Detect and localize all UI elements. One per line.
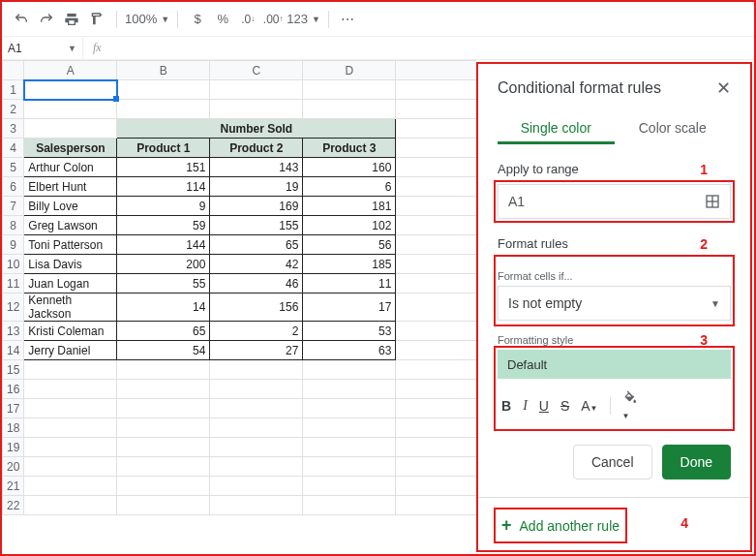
table-cell[interactable]: 19: [210, 177, 303, 197]
col-header-b[interactable]: B: [117, 61, 210, 80]
table-cell[interactable]: Kenneth Jackson: [24, 293, 117, 322]
table-cell[interactable]: 63: [303, 341, 396, 360]
table-cell[interactable]: 59: [117, 216, 210, 235]
range-input[interactable]: A1: [498, 184, 731, 219]
row-header[interactable]: 18: [3, 418, 24, 438]
col-header-d[interactable]: D: [303, 61, 396, 80]
table-cell[interactable]: Arthur Colon: [24, 158, 117, 177]
table-cell[interactable]: 151: [117, 158, 210, 177]
name-box[interactable]: A1▼: [2, 38, 83, 59]
table-cell[interactable]: 160: [303, 158, 396, 177]
paint-format-icon[interactable]: [85, 8, 108, 31]
table-cell[interactable]: 181: [303, 197, 396, 216]
merged-header[interactable]: Number Sold: [117, 119, 396, 139]
row-header[interactable]: 16: [3, 380, 24, 399]
table-cell[interactable]: 6: [303, 177, 396, 197]
fill-color-icon[interactable]: ▼: [622, 390, 638, 421]
done-button[interactable]: Done: [662, 445, 731, 479]
col-header-c[interactable]: C: [210, 61, 303, 80]
table-cell[interactable]: 143: [210, 158, 303, 177]
table-cell[interactable]: 14: [117, 293, 210, 322]
row-header[interactable]: 15: [3, 360, 24, 380]
table-cell[interactable]: 65: [117, 322, 210, 341]
increase-decimal-icon[interactable]: .00↑: [261, 8, 285, 31]
table-cell[interactable]: 2: [210, 322, 303, 341]
table-cell[interactable]: 46: [210, 274, 303, 293]
more-icon[interactable]: ⋯: [337, 8, 360, 31]
row-header[interactable]: 13: [3, 322, 24, 341]
table-cell[interactable]: 53: [303, 322, 396, 341]
table-cell[interactable]: Toni Patterson: [24, 235, 117, 255]
row-header[interactable]: 4: [3, 139, 24, 158]
row-header[interactable]: 19: [3, 438, 24, 457]
row-header[interactable]: 1: [3, 80, 24, 100]
undo-icon[interactable]: [10, 8, 33, 31]
table-cell[interactable]: Billy Love: [24, 197, 117, 216]
print-icon[interactable]: [60, 8, 83, 31]
style-preview[interactable]: Default: [498, 350, 731, 379]
condition-select[interactable]: Is not empty▼: [498, 286, 731, 321]
table-cell[interactable]: 144: [117, 235, 210, 255]
table-cell[interactable]: 102: [303, 216, 396, 235]
text-color-icon[interactable]: A▼: [581, 398, 597, 414]
formula-input[interactable]: [111, 37, 754, 59]
table-cell[interactable]: 114: [117, 177, 210, 197]
percent-icon[interactable]: %: [211, 8, 234, 31]
add-another-rule-button[interactable]: + Add another rule: [498, 511, 623, 540]
row-header[interactable]: 22: [3, 496, 24, 515]
row-header[interactable]: 9: [3, 235, 24, 255]
row-header[interactable]: 11: [3, 274, 24, 293]
cancel-button[interactable]: Cancel: [573, 445, 652, 479]
more-formats[interactable]: 123▼: [287, 12, 320, 26]
tab-single-color[interactable]: Single color: [498, 114, 615, 144]
table-cell[interactable]: 55: [117, 274, 210, 293]
header-salesperson[interactable]: Salesperson: [24, 139, 117, 158]
bold-icon[interactable]: B: [501, 398, 511, 414]
table-cell[interactable]: Jerry Daniel: [24, 341, 117, 360]
close-icon[interactable]: ✕: [716, 77, 731, 99]
row-header[interactable]: 3: [3, 119, 24, 139]
header-p3[interactable]: Product 3: [303, 139, 396, 158]
header-p2[interactable]: Product 2: [210, 139, 303, 158]
table-cell[interactable]: 9: [117, 197, 210, 216]
table-cell[interactable]: Lisa Davis: [24, 255, 117, 274]
table-cell[interactable]: Elbert Hunt: [24, 177, 117, 197]
redo-icon[interactable]: [35, 8, 58, 31]
cell-a1[interactable]: [24, 80, 117, 100]
tab-color-scale[interactable]: Color scale: [615, 114, 732, 144]
row-header[interactable]: 6: [3, 177, 24, 197]
col-header-e[interactable]: [396, 61, 476, 80]
table-cell[interactable]: 200: [117, 255, 210, 274]
row-header[interactable]: 14: [3, 341, 24, 360]
table-cell[interactable]: 185: [303, 255, 396, 274]
underline-icon[interactable]: U: [539, 398, 549, 414]
col-header-a[interactable]: A: [24, 61, 117, 80]
row-header[interactable]: 20: [3, 457, 24, 477]
table-cell[interactable]: 11: [303, 274, 396, 293]
row-header[interactable]: 21: [3, 477, 24, 496]
currency-icon[interactable]: $: [186, 8, 209, 31]
table-cell[interactable]: 156: [210, 293, 303, 322]
table-cell[interactable]: 17: [303, 293, 396, 322]
table-cell[interactable]: 155: [210, 216, 303, 235]
header-p1[interactable]: Product 1: [117, 139, 210, 158]
spreadsheet-grid[interactable]: A B C D 1 2 3Number Sold 4 Salesperson P…: [2, 60, 476, 554]
row-header[interactable]: 8: [3, 216, 24, 235]
table-cell[interactable]: 54: [117, 341, 210, 360]
table-cell[interactable]: Greg Lawson: [24, 216, 117, 235]
row-header[interactable]: 7: [3, 197, 24, 216]
table-cell[interactable]: 42: [210, 255, 303, 274]
table-cell[interactable]: Juan Logan: [24, 274, 117, 293]
table-cell[interactable]: 56: [303, 235, 396, 255]
row-header[interactable]: 17: [3, 399, 24, 418]
row-header[interactable]: 2: [3, 100, 24, 119]
table-cell[interactable]: 169: [210, 197, 303, 216]
row-header[interactable]: 5: [3, 158, 24, 177]
zoom-select[interactable]: 100%▼: [125, 12, 169, 26]
row-header[interactable]: 10: [3, 255, 24, 274]
strikethrough-icon[interactable]: S: [560, 398, 569, 414]
table-cell[interactable]: 65: [210, 235, 303, 255]
select-all-corner[interactable]: [3, 61, 24, 80]
row-header[interactable]: 12: [3, 293, 24, 322]
italic-icon[interactable]: I: [523, 398, 528, 414]
